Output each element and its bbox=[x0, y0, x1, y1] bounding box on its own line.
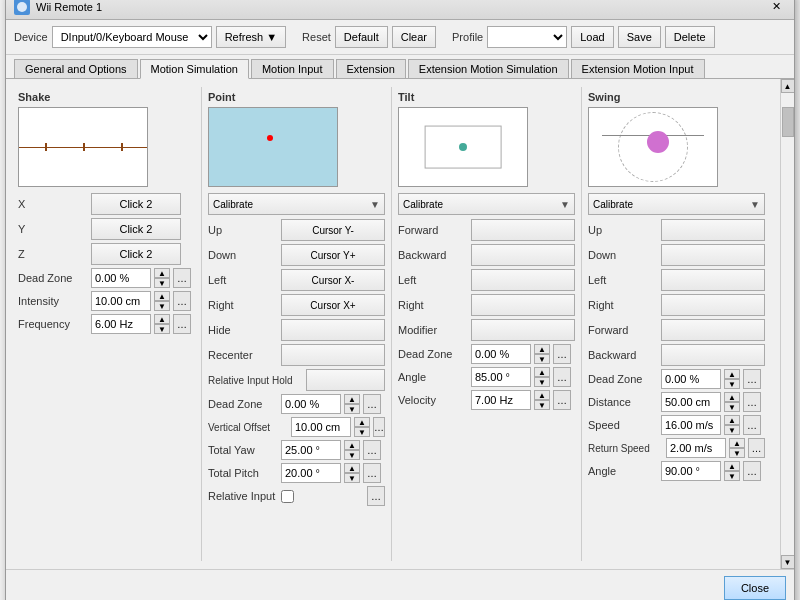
point-up-button[interactable]: Cursor Y- bbox=[281, 219, 385, 241]
point-yaw-more[interactable]: … bbox=[363, 440, 381, 460]
swing-return-speed-up[interactable]: ▲ bbox=[729, 438, 745, 448]
shake-frequency-down[interactable]: ▼ bbox=[154, 324, 170, 334]
tilt-deadzone-down[interactable]: ▼ bbox=[534, 354, 550, 364]
default-button[interactable]: Default bbox=[335, 26, 388, 48]
point-voffset-more[interactable]: … bbox=[373, 417, 385, 437]
tilt-deadzone-input[interactable] bbox=[471, 344, 531, 364]
tab-motion-input[interactable]: Motion Input bbox=[251, 59, 334, 78]
point-voffset-up[interactable]: ▲ bbox=[354, 417, 370, 427]
swing-angle-more[interactable]: … bbox=[743, 461, 761, 481]
profile-select[interactable] bbox=[487, 26, 567, 48]
tilt-angle-more[interactable]: … bbox=[553, 367, 571, 387]
swing-angle-down[interactable]: ▼ bbox=[724, 471, 740, 481]
swing-deadzone-down[interactable]: ▼ bbox=[724, 379, 740, 389]
tab-extension[interactable]: Extension bbox=[336, 59, 406, 78]
swing-distance-more[interactable]: … bbox=[743, 392, 761, 412]
swing-return-speed-down[interactable]: ▼ bbox=[729, 448, 745, 458]
swing-distance-input[interactable] bbox=[661, 392, 721, 412]
swing-forward-button[interactable] bbox=[661, 319, 765, 341]
swing-up-button[interactable] bbox=[661, 219, 765, 241]
refresh-button[interactable]: Refresh ▼ bbox=[216, 26, 286, 48]
shake-deadzone-down[interactable]: ▼ bbox=[154, 278, 170, 288]
shake-intensity-up[interactable]: ▲ bbox=[154, 291, 170, 301]
save-button[interactable]: Save bbox=[618, 26, 661, 48]
point-deadzone-input[interactable] bbox=[281, 394, 341, 414]
tilt-calibrate-button[interactable]: Calibrate ▼ bbox=[398, 193, 575, 215]
shake-deadzone-input[interactable] bbox=[91, 268, 151, 288]
swing-angle-input[interactable] bbox=[661, 461, 721, 481]
swing-speed-down[interactable]: ▼ bbox=[724, 425, 740, 435]
shake-intensity-more[interactable]: … bbox=[173, 291, 191, 311]
point-voffset-down[interactable]: ▼ bbox=[354, 427, 370, 437]
tab-extension-motion-input[interactable]: Extension Motion Input bbox=[571, 59, 705, 78]
tilt-velocity-down[interactable]: ▼ bbox=[534, 400, 550, 410]
swing-angle-up[interactable]: ▲ bbox=[724, 461, 740, 471]
scrollbar-thumb[interactable] bbox=[782, 107, 794, 137]
scrollbar-up[interactable]: ▲ bbox=[781, 79, 795, 93]
tilt-angle-up[interactable]: ▲ bbox=[534, 367, 550, 377]
swing-backward-button[interactable] bbox=[661, 344, 765, 366]
shake-deadzone-more[interactable]: … bbox=[173, 268, 191, 288]
swing-down-button[interactable] bbox=[661, 244, 765, 266]
swing-deadzone-up[interactable]: ▲ bbox=[724, 369, 740, 379]
point-pitch-input[interactable] bbox=[281, 463, 341, 483]
shake-intensity-input[interactable] bbox=[91, 291, 151, 311]
load-button[interactable]: Load bbox=[571, 26, 613, 48]
point-left-button[interactable]: Cursor X- bbox=[281, 269, 385, 291]
tilt-velocity-more[interactable]: … bbox=[553, 390, 571, 410]
tab-general[interactable]: General and Options bbox=[14, 59, 138, 78]
point-yaw-down[interactable]: ▼ bbox=[344, 450, 360, 460]
swing-return-speed-input[interactable] bbox=[666, 438, 726, 458]
delete-button[interactable]: Delete bbox=[665, 26, 715, 48]
tilt-velocity-input[interactable] bbox=[471, 390, 531, 410]
point-deadzone-up[interactable]: ▲ bbox=[344, 394, 360, 404]
tilt-velocity-up[interactable]: ▲ bbox=[534, 390, 550, 400]
swing-distance-up[interactable]: ▲ bbox=[724, 392, 740, 402]
tilt-left-button[interactable] bbox=[471, 269, 575, 291]
point-recenter-button[interactable] bbox=[281, 344, 385, 366]
clear-button[interactable]: Clear bbox=[392, 26, 436, 48]
point-right-button[interactable]: Cursor X+ bbox=[281, 294, 385, 316]
point-deadzone-down[interactable]: ▼ bbox=[344, 404, 360, 414]
point-rel-input-hold-button[interactable] bbox=[306, 369, 385, 391]
swing-speed-up[interactable]: ▲ bbox=[724, 415, 740, 425]
point-yaw-input[interactable] bbox=[281, 440, 341, 460]
shake-z-button[interactable]: Click 2 bbox=[91, 243, 181, 265]
tab-motion-sim[interactable]: Motion Simulation bbox=[140, 59, 249, 79]
shake-frequency-more[interactable]: … bbox=[173, 314, 191, 334]
shake-deadzone-up[interactable]: ▲ bbox=[154, 268, 170, 278]
swing-speed-more[interactable]: … bbox=[743, 415, 761, 435]
swing-left-button[interactable] bbox=[661, 269, 765, 291]
close-button[interactable]: ✕ bbox=[767, 0, 786, 15]
point-pitch-down[interactable]: ▼ bbox=[344, 473, 360, 483]
point-yaw-up[interactable]: ▲ bbox=[344, 440, 360, 450]
close-footer-button[interactable]: Close bbox=[724, 576, 786, 600]
tilt-angle-down[interactable]: ▼ bbox=[534, 377, 550, 387]
swing-deadzone-input[interactable] bbox=[661, 369, 721, 389]
tilt-right-button[interactable] bbox=[471, 294, 575, 316]
point-pitch-more[interactable]: … bbox=[363, 463, 381, 483]
shake-frequency-up[interactable]: ▲ bbox=[154, 314, 170, 324]
point-down-button[interactable]: Cursor Y+ bbox=[281, 244, 385, 266]
shake-x-button[interactable]: Click 2 bbox=[91, 193, 181, 215]
swing-deadzone-more[interactable]: … bbox=[743, 369, 761, 389]
point-hide-button[interactable] bbox=[281, 319, 385, 341]
point-deadzone-more[interactable]: … bbox=[363, 394, 381, 414]
swing-right-button[interactable] bbox=[661, 294, 765, 316]
point-calibrate-button[interactable]: Calibrate ▼ bbox=[208, 193, 385, 215]
point-relative-input-checkbox[interactable] bbox=[281, 490, 294, 503]
shake-frequency-input[interactable] bbox=[91, 314, 151, 334]
swing-calibrate-button[interactable]: Calibrate ▼ bbox=[588, 193, 765, 215]
swing-return-speed-more[interactable]: … bbox=[748, 438, 765, 458]
tilt-deadzone-up[interactable]: ▲ bbox=[534, 344, 550, 354]
scrollbar-down[interactable]: ▼ bbox=[781, 555, 795, 569]
tilt-angle-input[interactable] bbox=[471, 367, 531, 387]
swing-distance-down[interactable]: ▼ bbox=[724, 402, 740, 412]
point-voffset-input[interactable] bbox=[291, 417, 351, 437]
point-relative-input-more[interactable]: … bbox=[367, 486, 385, 506]
tilt-modifier-button[interactable] bbox=[471, 319, 575, 341]
shake-y-button[interactable]: Click 2 bbox=[91, 218, 181, 240]
device-select[interactable]: DInput/0/Keyboard Mouse bbox=[52, 26, 212, 48]
tab-extension-motion-sim[interactable]: Extension Motion Simulation bbox=[408, 59, 569, 78]
point-pitch-up[interactable]: ▲ bbox=[344, 463, 360, 473]
